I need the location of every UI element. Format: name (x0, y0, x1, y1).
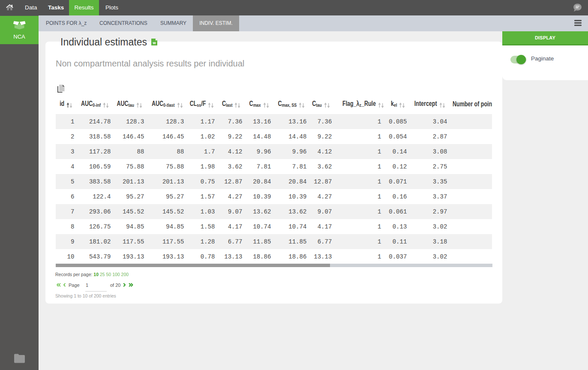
svg-text:w: w (152, 41, 156, 45)
